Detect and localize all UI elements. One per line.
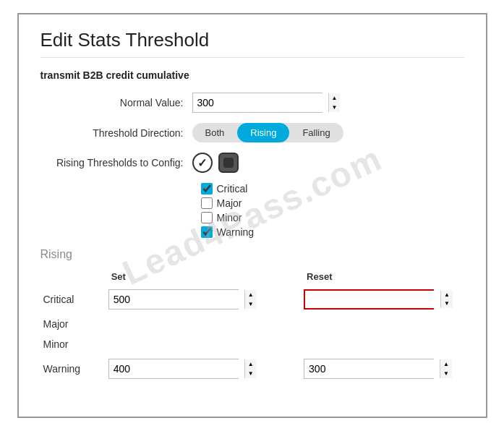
warning-reset-down[interactable]: ▼ <box>440 369 452 378</box>
dialog-title: Edit Stats Threshold <box>40 29 464 58</box>
threshold-table: Set Reset Critical ▲ ▼ <box>40 271 464 383</box>
minor-reset-cell <box>301 334 464 354</box>
major-set-cell <box>106 314 268 334</box>
warning-reset-wrapper[interactable]: ▲ ▼ <box>304 359 434 379</box>
normal-value-input[interactable] <box>193 93 328 112</box>
threshold-direction-toggle: Both Rising Falling <box>192 123 343 142</box>
checkmark-icon: ✓ <box>197 156 207 170</box>
checkbox-critical[interactable] <box>201 183 213 195</box>
critical-set-wrapper[interactable]: ▲ ▼ <box>108 289 239 310</box>
col-spacer <box>268 271 301 285</box>
toggle-both[interactable]: Both <box>192 123 238 142</box>
critical-reset-wrapper[interactable]: ▲ ▼ <box>304 289 434 310</box>
label-warning: Warning <box>217 226 255 238</box>
rounded-square-inner <box>223 158 234 168</box>
warning-set-down[interactable]: ▼ <box>245 369 257 378</box>
threshold-item-major: Major <box>201 197 464 209</box>
checkbox-major[interactable] <box>201 197 213 209</box>
table-row: Minor <box>40 334 464 354</box>
checkbox-warning[interactable] <box>201 226 213 238</box>
spacer-critical <box>268 285 301 314</box>
normal-value-label: Normal Value: <box>40 97 192 108</box>
col-reset-header: Reset <box>301 271 464 285</box>
warning-set-up[interactable]: ▲ <box>245 359 257 369</box>
critical-set-input[interactable] <box>109 290 244 309</box>
rising-thresholds-label: Rising Thresholds to Config: <box>40 157 192 168</box>
threshold-direction-row: Threshold Direction: Both Rising Falling <box>40 123 464 142</box>
warning-reset-cell: ▲ ▼ <box>301 354 464 383</box>
threshold-item-warning: Warning <box>201 226 464 238</box>
normal-value-row: Normal Value: ▲ ▼ <box>40 93 464 113</box>
checkbox-minor[interactable] <box>201 212 213 223</box>
minor-set-cell <box>106 334 268 354</box>
critical-set-down[interactable]: ▼ <box>245 299 257 309</box>
col-empty <box>40 271 106 285</box>
warning-reset-up[interactable]: ▲ <box>440 359 452 369</box>
threshold-list: Critical Major Minor Warning <box>201 183 464 238</box>
critical-reset-up[interactable]: ▲ <box>441 291 453 299</box>
normal-value-up[interactable]: ▲ <box>329 93 341 103</box>
warning-reset-input[interactable] <box>304 359 440 378</box>
row-label-minor: Minor <box>40 334 106 354</box>
dialog: Lead4Pass.com Edit Stats Threshold trans… <box>17 13 487 418</box>
major-reset-cell <box>301 314 464 334</box>
critical-set-spinner[interactable]: ▲ ▼ <box>244 290 257 309</box>
normal-value-down[interactable]: ▼ <box>329 103 341 112</box>
warning-set-input[interactable] <box>109 359 244 378</box>
warning-reset-spinner[interactable]: ▲ ▼ <box>440 359 452 378</box>
col-set-header: Set <box>106 271 268 285</box>
critical-reset-input[interactable] <box>305 291 440 308</box>
critical-reset-cell: ▲ ▼ <box>301 285 464 314</box>
spacer-warning <box>268 354 301 383</box>
warning-set-wrapper[interactable]: ▲ ▼ <box>108 359 239 379</box>
circle-check-button[interactable]: ✓ <box>192 153 213 173</box>
critical-set-cell: ▲ ▼ <box>106 285 268 314</box>
critical-set-up[interactable]: ▲ <box>245 290 257 299</box>
table-row: Critical ▲ ▼ ▲ <box>40 285 464 314</box>
rising-config-controls: ✓ <box>192 153 239 173</box>
row-label-major: Major <box>40 314 106 334</box>
label-minor: Minor <box>217 212 242 223</box>
warning-set-spinner[interactable]: ▲ ▼ <box>244 359 257 378</box>
critical-reset-down[interactable]: ▼ <box>441 299 453 308</box>
normal-value-spinner[interactable]: ▲ ▼ <box>328 93 341 112</box>
spacer-minor <box>268 334 301 354</box>
threshold-direction-label: Threshold Direction: <box>40 127 192 139</box>
normal-value-input-wrapper[interactable]: ▲ ▼ <box>192 93 323 113</box>
critical-reset-spinner[interactable]: ▲ ▼ <box>440 291 453 308</box>
label-critical: Critical <box>217 183 248 195</box>
threshold-item-critical: Critical <box>201 183 464 195</box>
rising-thresholds-row: Rising Thresholds to Config: ✓ <box>40 153 464 173</box>
row-label-critical: Critical <box>40 285 106 314</box>
label-major: Major <box>217 197 242 209</box>
table-row: Warning ▲ ▼ ▲ <box>40 354 464 383</box>
toggle-falling[interactable]: Falling <box>289 123 343 142</box>
warning-set-cell: ▲ ▼ <box>106 354 268 383</box>
spacer-major <box>268 314 301 334</box>
dialog-subtitle: transmit B2B credit cumulative <box>40 69 464 81</box>
row-label-warning: Warning <box>40 354 106 383</box>
rising-section-heading: Rising <box>40 248 464 261</box>
rounded-square-button[interactable] <box>218 153 239 173</box>
table-row: Major <box>40 314 464 334</box>
threshold-item-minor: Minor <box>201 212 464 223</box>
toggle-rising[interactable]: Rising <box>237 123 289 142</box>
